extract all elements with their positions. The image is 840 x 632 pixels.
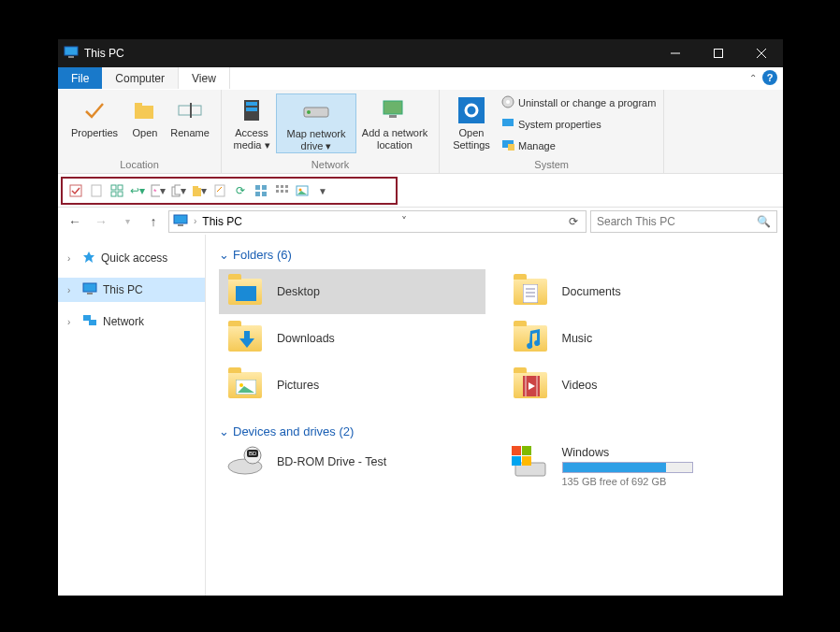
close-button[interactable]: [740, 39, 783, 67]
folders-grid: Desktop Documents Downloads Music Pictur…: [219, 269, 770, 408]
svg-rect-16: [389, 115, 397, 118]
qat-page-icon[interactable]: [89, 183, 104, 198]
qat-folder-icon[interactable]: ▾: [192, 183, 207, 198]
drive-usage-fill: [563, 463, 666, 472]
qat-undo-icon[interactable]: ↩▾: [130, 183, 145, 198]
nav-recent-button[interactable]: ▾: [116, 210, 138, 233]
svg-rect-57: [236, 286, 256, 301]
window-title: This PC: [84, 47, 124, 60]
tab-computer[interactable]: Computer: [102, 67, 179, 89]
nav-this-pc[interactable]: › This PC: [58, 278, 205, 302]
desktop-folder-icon: [226, 273, 264, 310]
address-text: This PC: [202, 215, 242, 228]
svg-marker-52: [83, 251, 94, 263]
nav-back-button[interactable]: ←: [64, 210, 86, 233]
folder-videos[interactable]: Videos: [504, 363, 771, 408]
chevron-right-icon[interactable]: ›: [67, 317, 77, 327]
folders-header[interactable]: ⌄ Folders (6): [219, 248, 770, 262]
svg-rect-26: [111, 185, 116, 190]
collapse-ribbon-icon[interactable]: ⌃: [749, 73, 757, 83]
uninstall-program-button[interactable]: Uninstall or change a program: [501, 93, 656, 112]
svg-rect-1: [68, 56, 74, 58]
folder-desktop[interactable]: Desktop: [219, 269, 485, 314]
svg-rect-79: [522, 456, 531, 466]
open-settings-button[interactable]: Open Settings: [447, 93, 496, 151]
svg-rect-21: [502, 119, 514, 126]
qat-check-icon[interactable]: [68, 183, 83, 198]
address-dropdown-icon[interactable]: ˅: [398, 215, 411, 228]
svg-rect-42: [276, 185, 279, 188]
system-properties-button[interactable]: System properties: [501, 115, 656, 134]
thispc-icon: [64, 46, 79, 62]
folder-pictures[interactable]: Pictures: [219, 363, 485, 408]
svg-rect-53: [83, 283, 96, 292]
svg-point-64: [239, 383, 243, 387]
qat-picture-icon[interactable]: [295, 183, 310, 198]
media-server-icon: [241, 95, 262, 125]
qat-copy-icon[interactable]: ▾: [171, 183, 186, 198]
properties-button[interactable]: Properties: [65, 93, 123, 139]
downloads-folder-icon: [226, 320, 264, 357]
titlebar[interactable]: This PC: [58, 39, 783, 67]
drive-windows[interactable]: Windows 135 GB free of 692 GB: [504, 446, 771, 487]
qat-smallicons-icon[interactable]: [274, 183, 289, 198]
svg-rect-15: [384, 101, 402, 114]
svg-rect-24: [70, 185, 81, 196]
search-box[interactable]: Search This PC 🔍: [590, 210, 777, 233]
qat-largeicons-icon[interactable]: [253, 183, 268, 198]
svg-rect-45: [276, 190, 279, 193]
svg-rect-28: [111, 192, 116, 196]
drive-bdrom[interactable]: BD BD-ROM Drive - Test: [219, 446, 485, 487]
rename-button[interactable]: Rename: [167, 93, 213, 139]
bdrom-drive-icon: BD: [226, 446, 264, 479]
minimize-button[interactable]: [654, 39, 697, 67]
monitor-network-icon: [381, 95, 409, 125]
access-media-button[interactable]: Access media ▾: [229, 93, 274, 153]
tab-file[interactable]: File: [58, 67, 102, 89]
qat-tiles-icon[interactable]: [109, 183, 124, 198]
svg-text:BD: BD: [249, 451, 257, 456]
qat-refresh-icon[interactable]: ⟳: [233, 183, 248, 198]
manage-icon: [501, 139, 514, 152]
music-folder-icon: [512, 320, 549, 357]
svg-rect-47: [285, 190, 288, 193]
chevron-right-icon[interactable]: ›: [67, 253, 77, 264]
refresh-icon[interactable]: ⟳: [565, 215, 582, 228]
manage-button[interactable]: Manage: [501, 136, 656, 155]
qat-newdoc-icon[interactable]: *▾: [151, 183, 166, 198]
drives-header[interactable]: ⌄ Devices and drives (2): [219, 424, 770, 438]
nav-forward-button[interactable]: →: [90, 210, 112, 233]
cd-icon: [501, 95, 514, 110]
svg-rect-56: [89, 320, 96, 325]
address-row: ← → ▾ ↑ › This PC ˅ ⟳ Search This PC 🔍: [58, 207, 783, 235]
help-icon[interactable]: ?: [762, 70, 777, 85]
maximize-button[interactable]: [697, 39, 740, 67]
folder-documents[interactable]: Documents: [504, 269, 771, 314]
ribbon: Properties Open Rename Location Access m…: [58, 90, 783, 174]
qat-customize-icon[interactable]: ▼: [315, 183, 330, 198]
videos-folder-icon: [512, 366, 549, 404]
tab-view[interactable]: View: [179, 67, 230, 89]
chevron-down-icon: ⌄: [219, 424, 229, 438]
folder-downloads[interactable]: Downloads: [219, 316, 485, 361]
nav-up-button[interactable]: ↑: [142, 210, 165, 233]
svg-rect-11: [246, 102, 257, 106]
qat-edit-icon[interactable]: [212, 183, 227, 198]
map-network-drive-button[interactable]: Map network drive ▾: [276, 93, 356, 153]
windows-drive-icon: [512, 446, 549, 482]
svg-rect-7: [135, 103, 142, 107]
address-bar[interactable]: › This PC ˅ ⟳: [168, 210, 587, 233]
nav-quick-access[interactable]: › Quick access: [58, 246, 205, 270]
folder-music[interactable]: Music: [504, 316, 771, 361]
chevron-right-icon[interactable]: ›: [67, 285, 77, 295]
open-button[interactable]: Open: [125, 93, 165, 139]
chevron-right-icon[interactable]: ›: [194, 216, 196, 226]
checkmark-icon: [82, 95, 107, 125]
svg-rect-78: [512, 456, 521, 466]
add-network-location-button[interactable]: Add a network location: [358, 93, 431, 153]
network-icon: [82, 314, 97, 329]
rename-icon: [178, 95, 202, 125]
nav-network[interactable]: › Network: [58, 309, 205, 334]
ribbon-group-network: Access media ▾ Map network drive ▾ Add a…: [222, 90, 440, 173]
body-area: › Quick access › This PC › Network ⌄ Fol…: [58, 235, 783, 596]
